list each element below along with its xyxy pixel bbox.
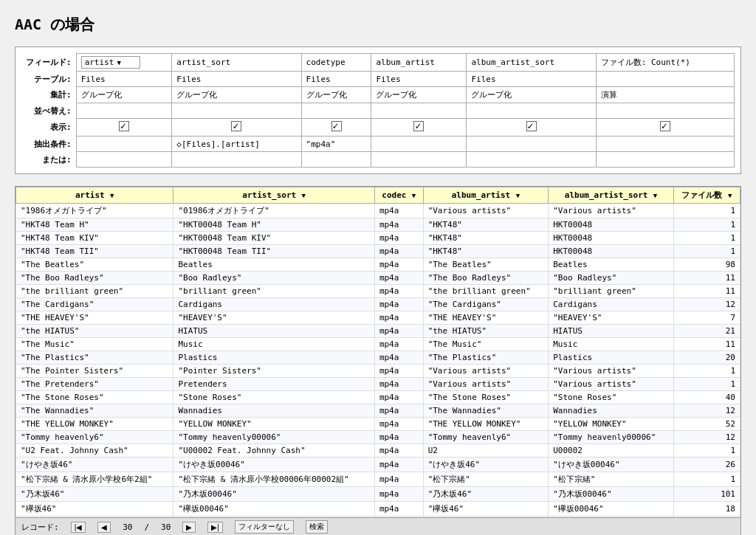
- cell-artist_sort: Wannadies: [173, 404, 374, 418]
- design-table: フィールド:artist▼artist_sortcodetypealbum_ar…: [21, 53, 735, 168]
- next-record-button[interactable]: ▶: [182, 522, 196, 533]
- design-row-label-6: または:: [21, 152, 76, 168]
- field-dropdown-0[interactable]: artist▼: [81, 56, 140, 69]
- checkbox-4-0[interactable]: [119, 121, 129, 131]
- table-row[interactable]: "the HIATUS"HIATUSmp4a"the HIATUS"HIATUS…: [16, 325, 740, 338]
- cell-album_artist_sort: "欅坂00046": [549, 502, 674, 517]
- cell-file_count: 1: [673, 245, 740, 258]
- col-header-artist[interactable]: artist ▼: [16, 187, 173, 204]
- cell-codec: mp4a: [374, 325, 423, 338]
- cell-artist: "THE HEAVEY'S": [16, 311, 173, 325]
- cell-album_artist_sort: "乃木坂00046": [549, 487, 674, 502]
- design-cell-4-3[interactable]: [371, 119, 467, 137]
- cell-file_count: 1: [673, 204, 740, 218]
- design-cell-0-0: artist▼: [76, 54, 172, 72]
- cell-album_artist: "The Music": [423, 338, 549, 351]
- cell-artist: "The Music": [16, 338, 173, 351]
- checkbox-4-1[interactable]: [231, 121, 241, 131]
- table-row[interactable]: "HKT48 Team TII""HKT00048 Team TII"mp4a"…: [16, 245, 740, 258]
- table-row[interactable]: "The Beatles"Beatlesmp4a"The Beatles"Bea…: [16, 258, 740, 272]
- table-row[interactable]: "The Stone Roses""Stone Roses"mp4a"The S…: [16, 391, 740, 404]
- cell-codec: mp4a: [374, 378, 423, 391]
- checkbox-4-3[interactable]: [413, 121, 424, 131]
- cell-artist_sort: "乃木坂00046": [173, 487, 374, 502]
- table-row[interactable]: "U2 Feat. Johnny Cash""U00002 Feat. John…: [16, 444, 740, 458]
- cell-codec: mp4a: [374, 418, 423, 431]
- design-cell-5-2: "mp4a": [301, 137, 371, 152]
- checkbox-4-2[interactable]: [331, 121, 342, 131]
- search-button[interactable]: 検索: [306, 520, 328, 534]
- design-cell-6-1: [172, 152, 301, 168]
- table-row[interactable]: "The Wannadies"Wannadiesmp4a"The Wannadi…: [16, 404, 740, 418]
- table-row[interactable]: "The Pointer Sisters""Pointer Sisters"mp…: [16, 365, 740, 378]
- design-cell-1-1: Files: [172, 72, 301, 87]
- col-header-file_count[interactable]: ファイル数 ▼: [673, 187, 740, 204]
- cell-artist: "欅坂46": [16, 502, 173, 517]
- cell-codec: mp4a: [374, 232, 423, 245]
- table-row[interactable]: "the brilliant green""brilliant green"mp…: [16, 285, 740, 298]
- prev-record-button[interactable]: ◀: [97, 522, 111, 533]
- col-header-codec[interactable]: codec ▼: [374, 187, 423, 204]
- table-row[interactable]: "欅坂46""欅坂00046"mp4a"欅坂46""欅坂00046"18: [16, 502, 740, 517]
- cell-codec: mp4a: [374, 311, 423, 325]
- table-row[interactable]: "The Pretenders"Pretendersmp4a"Various a…: [16, 378, 740, 391]
- table-row[interactable]: "The Boo Radleys""Boo Radleys"mp4a"The B…: [16, 272, 740, 285]
- cell-artist_sort: Pretenders: [173, 378, 374, 391]
- cell-album_artist_sort: "Boo Radleys": [549, 272, 674, 285]
- design-cell-6-3: [371, 152, 467, 168]
- design-cell-4-2[interactable]: [301, 119, 371, 137]
- cell-file_count: 11: [673, 272, 740, 285]
- cell-artist_sort: "けやき坂00046": [173, 458, 374, 472]
- table-row[interactable]: "Tommy heavenly6""Tommy heavenly00006"mp…: [16, 431, 740, 444]
- table-row[interactable]: "The Cardigans"Cardigansmp4a"The Cardiga…: [16, 298, 740, 311]
- cell-artist: "けやき坂46": [16, 458, 173, 472]
- table-row[interactable]: "The Plastics"Plasticsmp4a"The Plastics"…: [16, 351, 740, 365]
- col-header-artist_sort[interactable]: artist_sort ▼: [173, 187, 374, 204]
- design-cell-1-2: Files: [301, 72, 371, 87]
- cell-album_artist: "The Stone Roses": [423, 391, 549, 404]
- filter-button[interactable]: フィルターなし: [235, 520, 294, 534]
- cell-artist: "THE YELLOW MONKEY": [16, 418, 173, 431]
- checkbox-4-5[interactable]: [660, 121, 670, 131]
- cell-album_artist: "The Plastics": [423, 351, 549, 365]
- cell-album_artist_sort: "Various artists": [549, 365, 674, 378]
- cell-codec: mp4a: [374, 272, 423, 285]
- col-header-album_artist_sort[interactable]: album_artist_sort ▼: [549, 187, 674, 204]
- cell-artist_sort: "欅坂00046": [173, 502, 374, 517]
- first-record-button[interactable]: |◀: [71, 522, 86, 533]
- design-cell-0-1: artist_sort: [172, 54, 301, 72]
- table-row[interactable]: "THE YELLOW MONKEY""YELLOW MONKEY"mp4a"T…: [16, 418, 740, 431]
- cell-album_artist: "けやき坂46": [423, 458, 549, 472]
- checkbox-4-4[interactable]: [526, 121, 537, 131]
- cell-codec: mp4a: [374, 204, 423, 218]
- table-row[interactable]: "1986オメガトライブ""01986オメガトライブ"mp4a"Various …: [16, 204, 740, 218]
- last-record-button[interactable]: ▶|: [207, 522, 223, 533]
- design-cell-0-4: album_artist_sort: [467, 54, 596, 72]
- table-row[interactable]: "HKT48 Team H""HKT00048 Team H"mp4a"HKT4…: [16, 218, 740, 232]
- table-row[interactable]: "The Music"Musicmp4a"The Music"Music11: [16, 338, 740, 351]
- cell-artist_sort: "YELLOW MONKEY": [173, 418, 374, 431]
- cell-artist: "U2 Feat. Johnny Cash": [16, 444, 173, 458]
- cell-album_artist: "The Beatles": [423, 258, 549, 272]
- cell-codec: mp4a: [374, 365, 423, 378]
- table-row[interactable]: "HKT48 Team KIV""HKT00048 Team KIV"mp4a"…: [16, 232, 740, 245]
- design-cell-4-4[interactable]: [467, 119, 596, 137]
- design-cell-5-5: [596, 137, 734, 152]
- design-cell-4-5[interactable]: [596, 119, 734, 137]
- sort-icon-file_count: ▼: [724, 192, 732, 199]
- table-row[interactable]: "松下宗緒 & 清水原小学校6年2組""松下宗緒 & 清水原小学校00006年0…: [16, 472, 740, 487]
- design-cell-1-0: Files: [76, 72, 172, 87]
- cell-album_artist: "欅坂46": [423, 502, 549, 517]
- cell-album_artist: "The Wannadies": [423, 404, 549, 418]
- design-cell-4-0[interactable]: [76, 119, 172, 137]
- cell-codec: mp4a: [374, 502, 423, 517]
- table-row[interactable]: "THE HEAVEY'S""HEAVEY'S"mp4a"THE HEAVEY'…: [16, 311, 740, 325]
- cell-album_artist: "THE HEAVEY'S": [423, 311, 549, 325]
- table-row[interactable]: "けやき坂46""けやき坂00046"mp4a"けやき坂46""けやき坂0004…: [16, 458, 740, 472]
- col-header-album_artist[interactable]: album_artist ▼: [423, 187, 549, 204]
- cell-artist: "The Beatles": [16, 258, 173, 272]
- design-cell-4-1[interactable]: [172, 119, 301, 137]
- table-row[interactable]: "乃木坂46""乃木坂00046"mp4a"乃木坂46""乃木坂00046"10…: [16, 487, 740, 502]
- cell-album_artist: "THE YELLOW MONKEY": [423, 418, 549, 431]
- cell-file_count: 1: [673, 365, 740, 378]
